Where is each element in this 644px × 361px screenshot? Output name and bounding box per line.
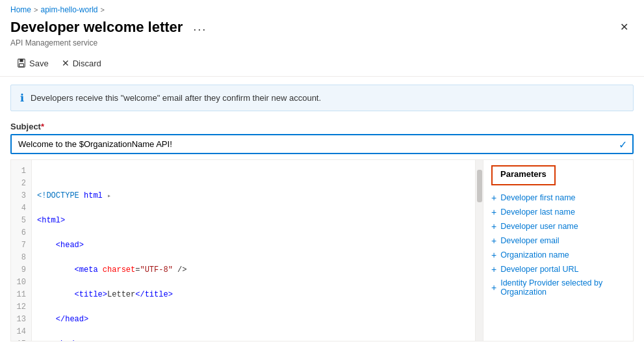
breadcrumb-home[interactable]: Home <box>10 5 31 14</box>
info-text: Developers receive this "welcome" email … <box>31 93 321 103</box>
param-developer-user-name[interactable]: + Developer user name <box>483 219 633 234</box>
breadcrumb-service[interactable]: apim-hello-world <box>40 5 97 14</box>
param-plus-icon: + <box>491 250 496 260</box>
info-icon: ℹ <box>20 92 24 104</box>
check-icon: ✓ <box>619 138 627 150</box>
save-label: Save <box>29 59 49 68</box>
param-developer-portal-url[interactable]: + Developer portal URL <box>483 262 633 276</box>
discard-label: Discard <box>73 59 101 68</box>
param-plus-icon: + <box>491 221 496 232</box>
page-header: Developer welcome letter ... ✕ <box>0 17 644 38</box>
page-title: Developer welcome letter <box>10 19 183 36</box>
param-developer-last-name[interactable]: + Developer last name <box>483 205 633 219</box>
discard-button[interactable]: ✕ Discard <box>55 55 108 71</box>
code-lines: <!DOCTYPE html ▸ <html> <head> <meta cha… <box>32 160 483 341</box>
param-label: Organization name <box>500 250 569 260</box>
param-identity-provider[interactable]: + Identity Provider selected by Organiza… <box>483 276 633 299</box>
param-label: Developer user name <box>500 222 578 231</box>
close-button[interactable]: ✕ <box>615 18 634 36</box>
subject-input[interactable] <box>10 134 634 154</box>
parameters-panel: Parameters + Developer first name + Deve… <box>483 160 633 341</box>
more-options-button[interactable]: ... <box>189 19 211 35</box>
subject-label: Subject* <box>10 122 634 131</box>
subject-input-wrapper: ✓ <box>10 134 634 154</box>
discard-icon: ✕ <box>62 58 70 68</box>
breadcrumb-sep2: > <box>100 6 104 14</box>
toolbar: Save ✕ Discard <box>0 53 644 77</box>
save-button[interactable]: Save <box>10 56 55 71</box>
parameters-header: Parameters <box>491 165 556 185</box>
param-plus-icon: + <box>491 264 496 274</box>
main-area: 1 2 3 4 5 6 7 8 9 10 11 12 13 14 15 <!DO… <box>10 159 634 341</box>
scroll-thumb[interactable] <box>477 170 482 202</box>
info-banner: ℹ Developers receive this "welcome" emai… <box>10 85 634 111</box>
param-plus-icon: + <box>491 193 496 203</box>
param-plus-icon: + <box>491 235 496 246</box>
param-label: Developer portal URL <box>500 265 578 274</box>
breadcrumb-sep1: > <box>34 6 38 14</box>
svg-rect-1 <box>19 59 23 62</box>
param-developer-first-name[interactable]: + Developer first name <box>483 191 633 205</box>
param-label: Developer email <box>500 236 559 245</box>
param-plus-icon: + <box>491 282 496 293</box>
code-editor[interactable]: 1 2 3 4 5 6 7 8 9 10 11 12 13 14 15 <!DO… <box>11 160 483 341</box>
param-label: Developer last name <box>500 207 575 217</box>
svg-rect-2 <box>19 64 24 66</box>
save-icon <box>17 59 26 68</box>
param-organization-name[interactable]: + Organization name <box>483 248 633 262</box>
breadcrumb: Home > apim-hello-world > <box>0 0 644 17</box>
param-developer-email[interactable]: + Developer email <box>483 234 633 248</box>
required-indicator: * <box>41 122 44 131</box>
param-label: Developer first name <box>500 193 575 202</box>
line-numbers: 1 2 3 4 5 6 7 8 9 10 11 12 13 14 15 <box>11 160 32 341</box>
code-scrollbar[interactable] <box>475 160 483 341</box>
page-subtitle: API Management service <box>0 38 644 53</box>
param-label: Identity Provider selected by Organizati… <box>500 278 625 297</box>
subject-section: Subject* ✓ <box>0 119 644 159</box>
param-plus-icon: + <box>491 207 496 217</box>
doctype-collapse[interactable]: ▸ <box>107 193 111 200</box>
